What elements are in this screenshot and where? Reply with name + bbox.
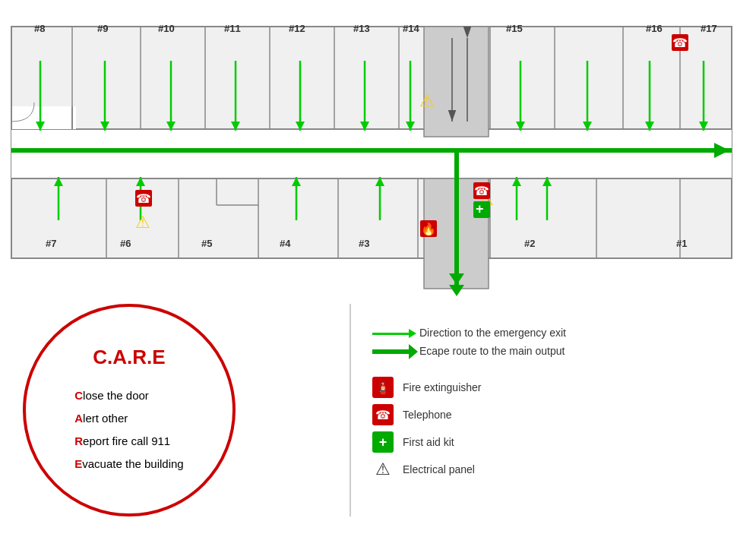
- legend-extinguisher-text: Fire extinguisher: [403, 381, 482, 393]
- thick-arrow-icon: [372, 345, 410, 357]
- legend-firstaid-text: First aid kit: [403, 436, 454, 448]
- svg-rect-10: [424, 27, 489, 137]
- legend-direction-text: Direction to the emergency exit: [419, 327, 566, 339]
- legend-escape-text: Ecape route to the main output: [419, 345, 565, 357]
- fire-extinguisher-legend-icon: 🧯: [372, 377, 394, 398]
- svg-text:#5: #5: [201, 238, 212, 249]
- svg-text:#11: #11: [224, 23, 241, 34]
- svg-text:#8: #8: [34, 23, 45, 34]
- svg-text:#1: #1: [676, 238, 687, 249]
- legend-item-firstaid: + First aid kit: [372, 431, 737, 453]
- legend-item-electrical: ⚠ Electrical panel: [372, 459, 737, 480]
- legend-telephone-text: Telephone: [403, 409, 452, 421]
- svg-text:#17: #17: [701, 23, 717, 34]
- svg-marker-67: [449, 285, 464, 296]
- care-line-report: Report fire call 911: [74, 430, 183, 453]
- care-text: Close the door Alert other Report fire c…: [74, 384, 183, 475]
- legend-item-telephone: ☎ Telephone: [372, 404, 737, 425]
- legend: Direction to the emergency exit Ecape ro…: [372, 327, 737, 486]
- svg-text:#6: #6: [120, 238, 131, 249]
- svg-text:#14: #14: [403, 23, 419, 34]
- svg-text:☎: ☎: [672, 36, 688, 49]
- svg-text:#16: #16: [646, 23, 663, 34]
- svg-text:⚠: ⚠: [419, 91, 435, 110]
- thin-arrow-icon: [372, 327, 410, 339]
- svg-text:#3: #3: [359, 238, 369, 249]
- legend-item-escape: Ecape route to the main output: [372, 345, 737, 357]
- legend-item-extinguisher: 🧯 Fire extinguisher: [372, 377, 737, 398]
- care-line-close: Close the door: [74, 384, 183, 407]
- care-title: C.A.R.E: [93, 346, 165, 369]
- svg-text:☎: ☎: [136, 192, 151, 205]
- svg-text:#4: #4: [280, 238, 291, 249]
- telephone-legend-icon: ☎: [372, 404, 394, 425]
- electrical-legend-icon: ⚠: [372, 459, 394, 480]
- svg-text:🔥: 🔥: [421, 222, 436, 236]
- svg-text:#2: #2: [524, 238, 535, 249]
- care-circle: C.A.R.E Close the door Alert other Repor…: [23, 304, 236, 516]
- care-line-evacuate: Evacuate the building: [74, 453, 183, 475]
- svg-text:#15: #15: [506, 23, 523, 34]
- svg-rect-26: [11, 106, 76, 129]
- divider-line: [350, 304, 351, 516]
- firstaid-legend-icon: +: [372, 431, 394, 453]
- svg-text:⚠: ⚠: [135, 213, 150, 232]
- svg-text:☎: ☎: [474, 185, 489, 197]
- svg-text:#12: #12: [289, 23, 305, 34]
- care-line-alert: Alert other: [74, 407, 183, 430]
- svg-rect-1: [11, 129, 732, 178]
- svg-text:#7: #7: [46, 238, 56, 249]
- svg-text:#9: #9: [97, 23, 108, 34]
- legend-item-direction: Direction to the emergency exit: [372, 327, 737, 339]
- svg-text:#10: #10: [158, 23, 175, 34]
- svg-text:#13: #13: [353, 23, 370, 34]
- svg-text:+: +: [476, 201, 484, 216]
- floorplan-svg: #8 #9 #10 #11 #12 #13 #14 #15 #16 #17 #7…: [8, 15, 737, 296]
- legend-electrical-text: Electrical panel: [403, 463, 475, 475]
